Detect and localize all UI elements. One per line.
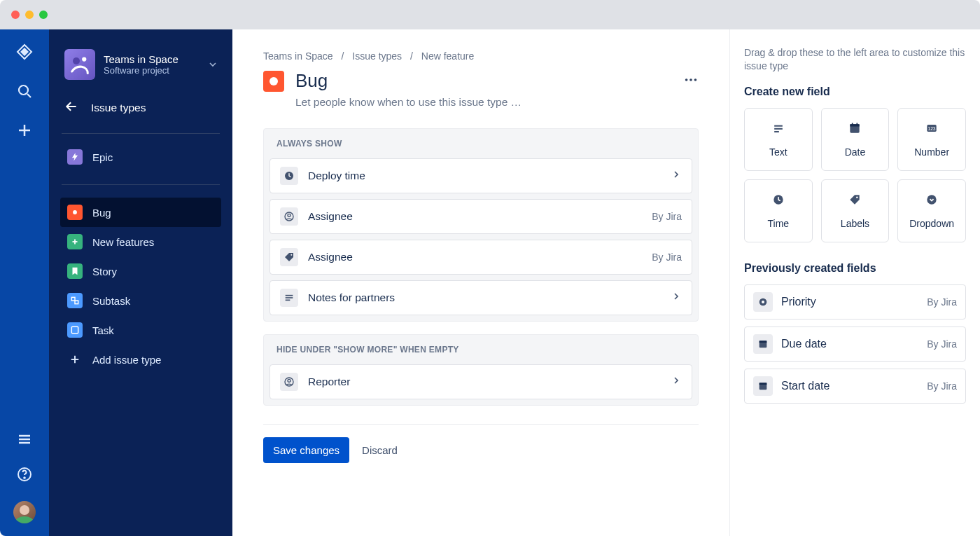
field-type-time[interactable]: Time xyxy=(744,179,813,242)
field-label: Notes for partners xyxy=(308,291,395,304)
field-assignee-1[interactable]: Assignee By Jira xyxy=(270,199,692,234)
project-switcher[interactable]: Teams in Space Software project xyxy=(49,46,232,87)
svg-point-42 xyxy=(857,196,859,198)
breadcrumb-item[interactable]: Issue types xyxy=(352,50,402,62)
chevron-right-icon xyxy=(671,375,682,389)
field-type-dropdown[interactable]: Dropdown xyxy=(897,179,966,242)
field-type-label: Dropdown xyxy=(909,218,954,229)
field-type-text[interactable]: Text xyxy=(744,108,813,171)
sidebar-item-task[interactable]: Task xyxy=(60,315,221,345)
svg-rect-36 xyxy=(850,124,860,126)
issue-type-icon xyxy=(263,71,284,92)
clock-icon xyxy=(771,193,785,209)
sidebar-item-new-features[interactable]: New features xyxy=(60,227,221,256)
person-icon xyxy=(280,373,298,391)
field-type-label: Text xyxy=(769,146,788,158)
more-actions-icon[interactable] xyxy=(683,72,699,90)
field-reporter[interactable]: Reporter xyxy=(270,364,692,399)
jira-logo-icon[interactable] xyxy=(16,43,33,63)
field-type-label: Labels xyxy=(841,218,869,229)
save-button[interactable]: Save changes xyxy=(263,437,349,463)
svg-point-26 xyxy=(290,254,292,256)
svg-point-0 xyxy=(19,85,28,95)
prev-field-label: Priority xyxy=(781,296,816,308)
sidebar-item-label: Epic xyxy=(92,151,113,163)
svg-point-12 xyxy=(73,210,77,214)
field-label: Reporter xyxy=(308,376,350,388)
task-icon xyxy=(67,322,83,338)
prev-field-start-date[interactable]: Start date By Jira xyxy=(744,369,966,404)
field-label: Deploy time xyxy=(308,170,365,182)
calendar-icon xyxy=(848,121,862,138)
chevron-right-icon xyxy=(671,291,682,305)
field-type-label: Date xyxy=(845,146,866,158)
field-deploy-time[interactable]: Deploy time xyxy=(270,158,692,193)
menu-icon[interactable] xyxy=(16,431,33,451)
window-minimize[interactable] xyxy=(25,11,34,19)
field-type-date[interactable]: Date xyxy=(821,108,890,171)
field-assignee-2[interactable]: Assignee By Jira xyxy=(270,240,692,275)
section-always-show: ALWAYS SHOW Deploy time Assignee By Jira xyxy=(263,128,699,322)
svg-rect-47 xyxy=(760,341,767,343)
plus-icon xyxy=(67,352,83,367)
page-subtitle: Let people know when to use this issue t… xyxy=(295,96,699,109)
calendar-icon xyxy=(753,376,773,396)
field-label: Assignee xyxy=(308,210,353,223)
prev-field-label: Start date xyxy=(781,380,830,392)
titlebar xyxy=(0,0,980,29)
tag-icon xyxy=(848,193,862,209)
epic-icon xyxy=(67,149,83,165)
prev-field-meta: By Jira xyxy=(927,338,957,350)
window-close[interactable] xyxy=(11,11,20,19)
prev-fields-heading: Previously created fields xyxy=(744,262,966,275)
add-issue-type[interactable]: Add issue type xyxy=(60,345,221,374)
subtask-icon xyxy=(67,293,83,308)
field-type-number[interactable]: 123 Number xyxy=(897,108,966,171)
sidebar-item-label: Task xyxy=(92,324,114,336)
prev-field-due-date[interactable]: Due date By Jira xyxy=(744,327,966,362)
section-hide-when-empty: HIDE UNDER "SHOW MORE" WHEN EMPTY Report… xyxy=(263,334,699,406)
svg-point-45 xyxy=(762,301,764,303)
prev-field-priority[interactable]: Priority By Jira xyxy=(744,284,966,319)
sidebar-item-story[interactable]: Story xyxy=(60,256,221,286)
svg-point-10 xyxy=(82,57,86,61)
svg-point-25 xyxy=(288,214,290,217)
sidebar-item-subtask[interactable]: Subtask xyxy=(60,286,221,315)
field-meta: By Jira xyxy=(652,252,682,263)
breadcrumb-item[interactable]: New feature xyxy=(421,50,474,62)
help-icon[interactable] xyxy=(16,466,33,486)
svg-rect-16 xyxy=(75,301,78,304)
field-type-labels[interactable]: Labels xyxy=(821,179,890,242)
right-panel: Drag & drop these to the left area to cu… xyxy=(729,29,980,536)
svg-point-43 xyxy=(927,195,936,204)
story-icon xyxy=(67,263,83,279)
sidebar-item-epic[interactable]: Epic xyxy=(60,142,221,172)
sidebar-item-label: Bug xyxy=(92,207,111,219)
discard-button[interactable]: Discard xyxy=(362,444,398,456)
dropdown-icon xyxy=(925,193,939,209)
prev-field-label: Due date xyxy=(781,338,827,350)
svg-line-1 xyxy=(27,94,31,97)
breadcrumb-item[interactable]: Teams in Space xyxy=(263,50,333,62)
field-type-label: Number xyxy=(914,146,949,158)
project-subtitle: Software project xyxy=(104,65,178,76)
field-notes-partners[interactable]: Notes for partners xyxy=(270,280,692,315)
app-window: Teams in Space Software project Issue ty… xyxy=(0,0,980,536)
window-maximize[interactable] xyxy=(39,11,48,19)
number-icon: 123 xyxy=(925,121,939,138)
create-icon[interactable] xyxy=(16,122,33,142)
field-type-label: Time xyxy=(768,218,790,229)
project-name: Teams in Space xyxy=(104,53,178,65)
svg-point-20 xyxy=(685,78,688,81)
svg-point-9 xyxy=(73,57,80,64)
divider xyxy=(62,133,220,134)
new-feature-icon xyxy=(67,234,83,249)
arrow-left-icon xyxy=(64,99,78,116)
sidebar-item-label: New features xyxy=(92,236,154,248)
tag-icon xyxy=(280,248,298,266)
svg-rect-49 xyxy=(760,383,767,385)
nav-back[interactable]: Issue types xyxy=(60,91,221,125)
sidebar-item-bug[interactable]: Bug xyxy=(60,198,221,227)
user-avatar[interactable] xyxy=(13,501,36,523)
search-icon[interactable] xyxy=(16,83,33,102)
